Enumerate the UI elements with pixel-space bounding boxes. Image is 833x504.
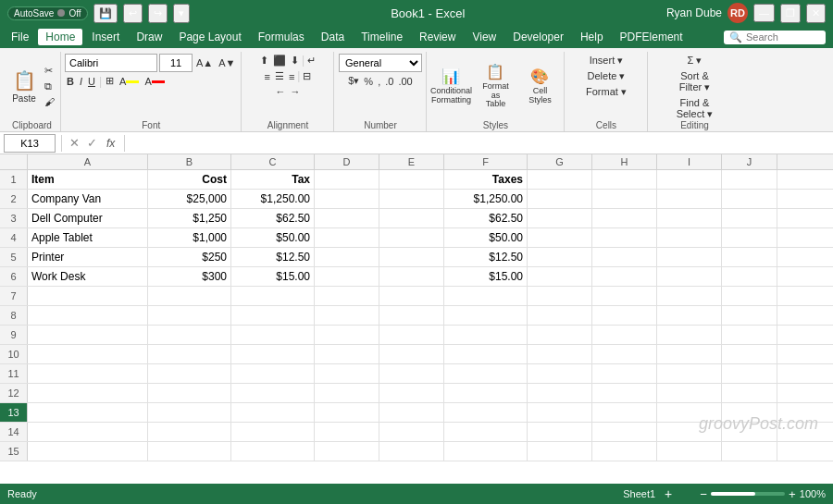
cell[interactable] xyxy=(315,267,379,286)
col-header-j[interactable]: J xyxy=(722,154,777,169)
cell[interactable] xyxy=(657,403,722,422)
decrease-indent-button[interactable]: ← xyxy=(273,85,287,98)
number-format-select[interactable]: General Number Currency Accounting Date … xyxy=(339,54,422,72)
row-number[interactable]: 4 xyxy=(0,228,28,247)
cell[interactable] xyxy=(657,423,722,441)
cell[interactable]: $250 xyxy=(148,248,231,266)
cell[interactable] xyxy=(592,209,657,227)
customize-qat-button[interactable]: ▾ xyxy=(173,4,190,23)
insert-cells-button[interactable]: Insert ▾ xyxy=(588,54,626,68)
cell[interactable] xyxy=(379,190,444,208)
cell[interactable] xyxy=(231,364,315,383)
merge-center-button[interactable]: ⊟ xyxy=(301,69,313,83)
align-middle-button[interactable]: ⬛ xyxy=(271,54,288,68)
cell[interactable] xyxy=(444,345,528,363)
cell[interactable] xyxy=(379,423,444,441)
cell[interactable] xyxy=(722,209,777,227)
row-number[interactable]: 7 xyxy=(0,287,28,305)
paste-button[interactable]: 📋 Paste xyxy=(7,64,41,108)
cell[interactable] xyxy=(592,228,657,247)
col-header-e[interactable]: E xyxy=(379,154,444,169)
cell[interactable] xyxy=(379,267,444,286)
row-number[interactable]: 14 xyxy=(0,423,28,441)
cell[interactable] xyxy=(315,384,379,402)
cell[interactable] xyxy=(657,442,722,461)
cell[interactable] xyxy=(444,423,528,441)
cell[interactable] xyxy=(528,306,592,325)
col-header-d[interactable]: D xyxy=(315,154,379,169)
cell[interactable]: $25,000 xyxy=(148,190,231,208)
cell[interactable]: $50.00 xyxy=(231,228,315,247)
menu-data[interactable]: Data xyxy=(314,29,352,45)
cell[interactable] xyxy=(379,364,444,383)
cell[interactable] xyxy=(657,345,722,363)
cell[interactable] xyxy=(592,267,657,286)
cell[interactable] xyxy=(722,228,777,247)
cell[interactable] xyxy=(315,345,379,363)
cell[interactable] xyxy=(528,209,592,227)
cell[interactable] xyxy=(528,248,592,266)
cell[interactable] xyxy=(379,345,444,363)
align-right-button[interactable]: ≡ xyxy=(287,69,296,83)
cell[interactable] xyxy=(379,326,444,344)
cell[interactable] xyxy=(528,267,592,286)
cell[interactable] xyxy=(315,364,379,383)
row-number[interactable]: 6 xyxy=(0,267,28,286)
cell[interactable] xyxy=(722,326,777,344)
col-header-i[interactable]: I xyxy=(657,154,722,169)
cell[interactable] xyxy=(592,403,657,422)
cell[interactable]: $62.50 xyxy=(444,209,528,227)
cell[interactable] xyxy=(722,170,777,189)
cell[interactable] xyxy=(28,384,148,402)
cell[interactable] xyxy=(315,306,379,325)
cell[interactable] xyxy=(28,442,148,461)
row-number[interactable]: 2 xyxy=(0,190,28,208)
row-number[interactable]: 13 xyxy=(0,403,28,422)
cell[interactable] xyxy=(148,326,231,344)
cell[interactable] xyxy=(315,170,379,189)
col-header-b[interactable]: B xyxy=(148,154,231,169)
row-number[interactable]: 1 xyxy=(0,170,28,189)
border-button[interactable]: ⊞ xyxy=(104,74,116,88)
find-select-button[interactable]: Find &Select ▾ xyxy=(675,96,715,121)
row-number[interactable]: 10 xyxy=(0,345,28,363)
cell[interactable] xyxy=(148,403,231,422)
cell[interactable] xyxy=(592,442,657,461)
cell[interactable] xyxy=(528,287,592,305)
cell[interactable] xyxy=(231,326,315,344)
cell[interactable] xyxy=(592,170,657,189)
comma-button[interactable]: , xyxy=(376,75,382,88)
undo-button[interactable]: ↩ xyxy=(123,4,143,23)
cut-button[interactable]: ✂ xyxy=(43,64,56,78)
font-size-input[interactable] xyxy=(159,54,193,72)
increase-decimal-button[interactable]: .0 xyxy=(383,75,395,88)
close-button[interactable]: ✕ xyxy=(806,4,826,23)
cell[interactable]: Company Van xyxy=(28,190,148,208)
cell[interactable] xyxy=(528,442,592,461)
cell[interactable] xyxy=(315,403,379,422)
cell[interactable] xyxy=(592,306,657,325)
cell[interactable] xyxy=(28,287,148,305)
cell[interactable]: Printer xyxy=(28,248,148,266)
menu-home[interactable]: Home xyxy=(38,29,82,45)
font-name-input[interactable] xyxy=(65,54,157,72)
col-header-f[interactable]: F xyxy=(444,154,528,169)
cell[interactable] xyxy=(231,306,315,325)
cell[interactable]: $1,250.00 xyxy=(231,190,315,208)
cell[interactable]: $1,250 xyxy=(148,209,231,227)
font-color-button[interactable]: A xyxy=(143,75,166,88)
sort-filter-button[interactable]: Sort &Filter ▾ xyxy=(678,69,713,94)
cancel-formula-button[interactable]: ✕ xyxy=(68,135,81,151)
cell[interactable] xyxy=(657,170,722,189)
delete-cells-button[interactable]: Delete ▾ xyxy=(586,69,628,83)
autosum-button[interactable]: Σ ▾ xyxy=(686,54,704,68)
cell-reference-box[interactable] xyxy=(4,134,56,153)
cell[interactable] xyxy=(592,248,657,266)
cell[interactable] xyxy=(379,228,444,247)
cell[interactable] xyxy=(315,190,379,208)
cell[interactable] xyxy=(444,403,528,422)
cell[interactable] xyxy=(657,190,722,208)
cell[interactable]: Tax xyxy=(231,170,315,189)
align-bottom-button[interactable]: ⬇ xyxy=(289,54,301,68)
cell[interactable] xyxy=(657,209,722,227)
